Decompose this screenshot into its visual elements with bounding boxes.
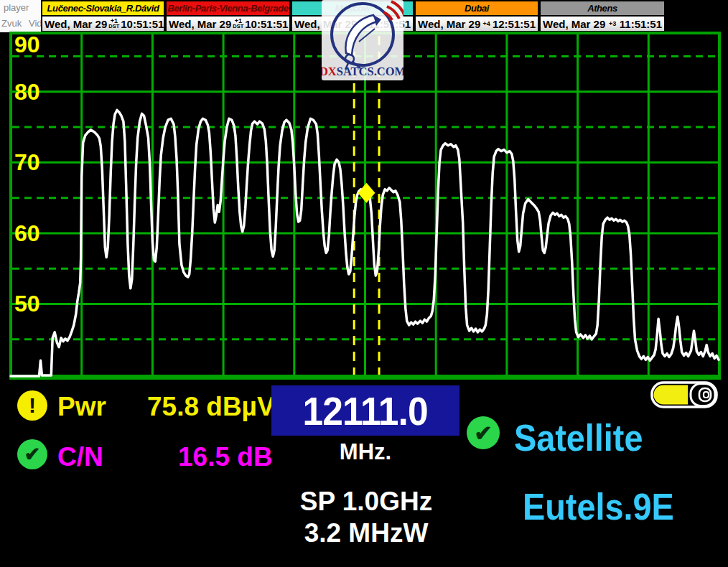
clock-time: 11:51:51 [620, 18, 662, 30]
spectrum-analyzer-display: 9080706050 [0, 0, 728, 567]
timezone-offset: +4 [482, 22, 490, 27]
clock-date: Wed, Mar 29 [169, 18, 231, 30]
satellite-dish-icon [345, 15, 378, 55]
power-value: 75.8 dBµV [147, 392, 275, 422]
menu-item-video[interactable]: Vid [29, 18, 41, 29]
y-axis-label: 50 [14, 291, 40, 317]
bandwidth-readout: 3.2 MHzW [273, 518, 459, 548]
y-axis-label: 60 [14, 220, 40, 246]
clock-lucenec: Lučenec-Slovakia_R.Dávid Wed, Mar 29 +1D… [41, 0, 165, 32]
clock-time: 12:51:51 [493, 18, 536, 30]
battery-level-fill [654, 385, 689, 405]
clock-city-label: Lučenec-Slovakia_R.Dávid [42, 1, 164, 17]
cn-label: C/N [57, 442, 103, 472]
clock-date: Wed, Mar 29 [543, 18, 605, 30]
timezone-offset: +1DST [108, 19, 119, 29]
clock-date: Wed, Mar 29 [45, 18, 107, 30]
clock-city-label: Berlin-Paris-Vienna-Belgrade [167, 1, 289, 17]
battery-indicator [650, 380, 719, 409]
span-readout: SP 1.0GHz [273, 487, 459, 517]
y-axis-label: 90 [14, 32, 40, 57]
cn-value: 16.5 dB [178, 442, 273, 472]
warning-icon: ! [17, 390, 47, 421]
y-axis-label: 70 [14, 149, 40, 175]
clock-city-label: Athens [541, 1, 664, 17]
spectrum-trace [11, 110, 719, 376]
frequency-value: 12111.0 [303, 388, 428, 434]
background-app-menu: player Zvuk Vid [0, 0, 41, 32]
logo-text: DXSATCS.COM [322, 65, 403, 78]
marker-diamond-icon [358, 183, 375, 203]
mode-label: Satellite [514, 416, 643, 459]
power-label: Pwr [57, 392, 106, 422]
clock-athens: Athens Wed, Mar 29 +3 11:51:51 [539, 0, 666, 32]
clock-time: 10:51:51 [121, 18, 164, 30]
timezone-offset: +3 [609, 22, 616, 27]
satellite-name: Eutels.9E [523, 485, 674, 528]
timezone-offset: +1DST [233, 19, 243, 29]
clock-date: Wed, Mar 29 [418, 18, 480, 30]
clock-dubai: Dubai Wed, Mar 29 +4 12:51:51 [414, 0, 539, 32]
clock-berlin: Berlin-Paris-Vienna-Belgrade Wed, Mar 29… [165, 0, 291, 32]
frequency-unit: MHz. [271, 439, 459, 465]
dxsatcs-logo: DXSATCS.COM [322, 0, 403, 80]
clock-time: 10:51:51 [245, 18, 288, 30]
menu-item-player[interactable]: player [4, 2, 29, 13]
menu-item-sound[interactable]: Zvuk [1, 18, 22, 29]
plot-border [11, 33, 719, 376]
check-icon: ✔ [467, 416, 500, 449]
clock-city-label: Dubai [416, 1, 538, 17]
y-axis-label: 80 [14, 79, 40, 105]
frequency-display: 12111.0 [271, 385, 459, 436]
check-icon: ✔ [17, 439, 47, 469]
